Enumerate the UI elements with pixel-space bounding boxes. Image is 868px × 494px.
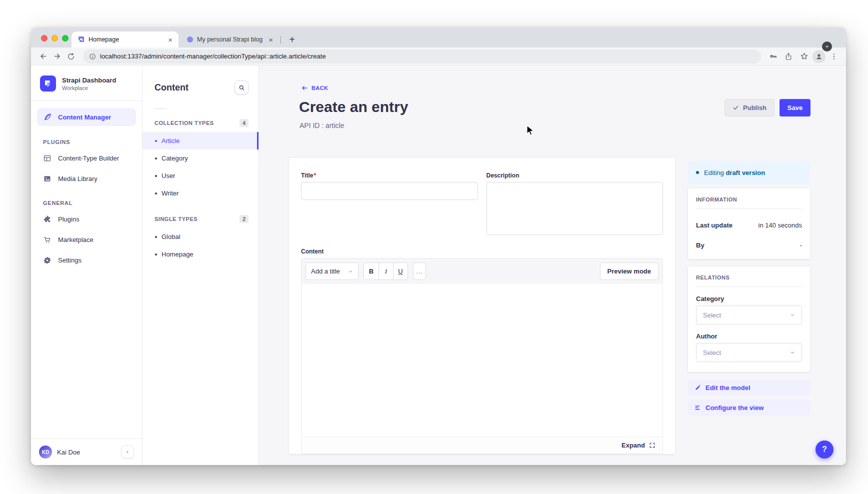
sidebar-item-label: Content Manager <box>58 114 111 121</box>
collection-types-header: COLLECTION TYPES 4 <box>142 109 258 132</box>
password-key-icon[interactable] <box>766 50 780 64</box>
save-button[interactable]: Save <box>780 99 810 116</box>
editor-toolbar: Add a title B I U ... Preview mode <box>302 258 662 284</box>
help-button[interactable]: ? <box>816 440 834 458</box>
profile-avatar-icon[interactable] <box>812 50 826 63</box>
layout-icon <box>43 154 52 162</box>
workspace-brand[interactable]: Strapi Dashboard Workplace <box>31 66 142 100</box>
sidebar-item-content-manager[interactable]: Content Manager <box>37 108 136 126</box>
count-badge: 4 <box>240 119 248 127</box>
user-avatar[interactable]: KD <box>39 446 52 458</box>
subnav-item-global[interactable]: Global <box>142 228 258 246</box>
site-info-icon[interactable] <box>89 53 96 60</box>
italic-button[interactable]: I <box>378 263 393 280</box>
sidebar-item-plugins[interactable]: Plugins <box>31 209 142 230</box>
sidebar-item-label: Media Library <box>58 175 98 182</box>
brand-name: Strapi Dashboard <box>62 76 116 84</box>
search-icon <box>238 84 245 91</box>
editor-text-area[interactable] <box>302 284 662 436</box>
arrow-left-icon <box>301 84 308 92</box>
expand-icon[interactable] <box>649 442 656 448</box>
configure-view-button[interactable]: Configure the view <box>688 400 810 416</box>
share-icon[interactable] <box>782 50 796 64</box>
author-select[interactable]: Select <box>696 343 802 362</box>
by-value: - <box>800 242 802 249</box>
sidebar-item-content-type-builder[interactable]: Content-Type Builder <box>31 148 142 168</box>
main-sidebar: Strapi Dashboard Workplace Content Manag… <box>31 66 142 465</box>
relations-title: RELATIONS <box>696 274 802 280</box>
more-formats-button[interactable]: ... <box>413 262 426 280</box>
information-title: INFORMATION <box>696 196 802 202</box>
brand-workspace: Workplace <box>62 85 116 91</box>
subnav-item-user[interactable]: User <box>142 167 258 184</box>
chevron-down-icon <box>348 269 353 274</box>
chevron-down-icon <box>790 350 795 355</box>
page-title: Create an entry <box>299 98 408 116</box>
new-tab-button[interactable]: + <box>284 32 300 47</box>
preview-mode-button[interactable]: Preview mode <box>600 262 658 280</box>
description-textarea[interactable] <box>486 182 664 235</box>
title-field-label: Title* <box>301 172 478 179</box>
image-icon <box>43 174 52 183</box>
side-panel: Editing draft version INFORMATION Last u… <box>688 161 810 416</box>
reload-button[interactable] <box>64 50 78 64</box>
collapse-sidebar-button[interactable] <box>121 446 134 458</box>
author-label: Author <box>696 332 802 340</box>
tab-search-chevron-icon[interactable] <box>822 42 832 52</box>
toolbar-actions <box>766 50 841 64</box>
sidebar-item-marketplace[interactable]: Marketplace <box>31 230 142 250</box>
subnav-item-article[interactable]: Article <box>142 132 258 150</box>
subnav-item-category[interactable]: Category <box>142 150 258 167</box>
tab-title: Homepage <box>88 36 164 43</box>
user-name: Kai Doe <box>57 448 116 456</box>
back-link[interactable]: BACK <box>301 84 328 92</box>
sidebar-section-general: GENERAL <box>31 189 142 209</box>
edit-model-button[interactable]: Edit the model <box>688 380 810 396</box>
configure-lines-icon <box>694 404 701 411</box>
forward-button[interactable] <box>50 50 64 64</box>
tab-homepage[interactable]: Homepage × <box>72 32 178 48</box>
tab-separator <box>280 36 281 44</box>
bold-button[interactable]: B <box>364 263 378 280</box>
zoom-window-button[interactable] <box>62 35 68 42</box>
subnav-item-writer[interactable]: Writer <box>142 184 258 202</box>
add-title-dropdown[interactable]: Add a title <box>306 262 358 280</box>
subnav-item-label: Global <box>162 233 180 240</box>
browser-menu-icon[interactable] <box>827 50 841 64</box>
tab-close-icon[interactable]: × <box>168 36 172 44</box>
entry-form-card: Title* Description Content Add a title <box>289 158 675 454</box>
required-asterisk: * <box>314 172 316 179</box>
divider <box>696 208 802 209</box>
publish-button[interactable]: Publish <box>724 99 774 116</box>
text-format-group: B I U <box>364 262 408 280</box>
bookmark-star-icon[interactable] <box>797 50 811 64</box>
back-button[interactable] <box>36 50 50 64</box>
sidebar-item-media-library[interactable]: Media Library <box>31 168 142 189</box>
category-select[interactable]: Select <box>696 306 802 324</box>
last-update-label: Last update <box>696 222 732 229</box>
subnav-item-label: User <box>162 172 175 180</box>
bullet-icon <box>155 140 157 142</box>
draft-version-banner: Editing draft version <box>688 161 810 184</box>
search-button[interactable] <box>234 80 248 94</box>
underline-button[interactable]: U <box>393 263 408 280</box>
close-window-button[interactable] <box>41 35 48 42</box>
api-id-subtitle: API ID : article <box>300 122 344 130</box>
subnav-item-homepage[interactable]: Homepage <box>142 246 258 263</box>
tab-close-icon[interactable]: × <box>268 36 273 44</box>
title-input[interactable] <box>301 182 478 200</box>
window-controls <box>41 35 68 42</box>
check-icon <box>732 104 739 111</box>
strapi-logo-icon <box>40 76 56 92</box>
strapi-favicon-icon <box>78 36 84 43</box>
last-update-row: Last update in 140 seconds <box>696 222 802 229</box>
single-types-header: SINGLE TYPES 2 <box>142 202 258 228</box>
tab-strapi-blog[interactable]: My personal Strapi blog | Strap × <box>182 32 278 48</box>
minimize-window-button[interactable] <box>52 35 58 42</box>
subnav-item-label: Homepage <box>162 250 194 258</box>
address-bar[interactable]: localhost:1337/admin/content-manager/col… <box>83 50 761 64</box>
sidebar-item-settings[interactable]: Settings <box>31 250 142 270</box>
divider <box>696 286 802 287</box>
sidebar-item-label: Content-Type Builder <box>58 154 119 162</box>
relations-card: RELATIONS Category Select Author Select <box>688 266 810 372</box>
